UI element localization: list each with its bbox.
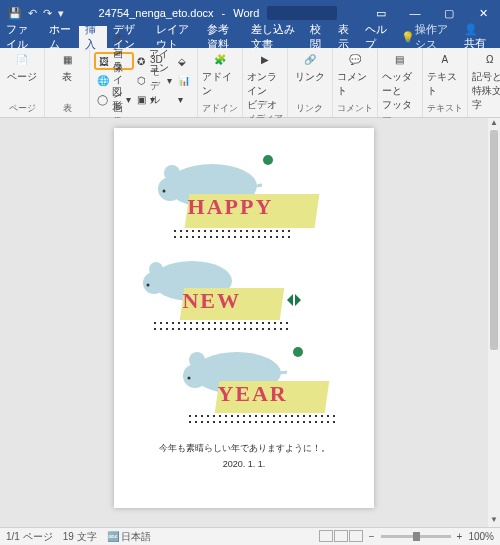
links-button[interactable]: 🔗 リンク (292, 50, 328, 84)
tab-mailings[interactable]: 差し込み文書 (245, 26, 304, 48)
group-pages: 📄 ページ ページ (0, 48, 45, 117)
vertical-scrollbar[interactable]: ▲ ▼ (488, 118, 500, 527)
page: HAPPY NEW YEAR 今年も素晴らしい年でありますように！。 2020.… (114, 128, 374, 508)
group-tables: ▦ 表 表 (45, 48, 90, 117)
tab-layout[interactable]: レイアウト (150, 26, 201, 48)
quick-access-toolbar: 💾 ↶ ↷ ▾ (0, 7, 72, 20)
text-new: NEW (182, 288, 241, 314)
online-picture-icon: 🌐 (97, 75, 109, 86)
cheese-block-3: YEAR (215, 381, 329, 413)
share-button[interactable]: 👤 共有 (456, 23, 500, 51)
nenga-artwork: HAPPY NEW YEAR (132, 146, 356, 436)
svg-point-8 (147, 284, 150, 287)
addins-button[interactable]: 🧩 アドイン (202, 50, 238, 98)
scroll-down-icon[interactable]: ▼ (488, 515, 500, 527)
user-badge[interactable] (267, 6, 337, 20)
group-illustrations: 🖼画像 🌐オンライン画像 ◯図形▾ ✪アイコン ⬡3D モデル ▾ ▣▾ ⬙ 📊… (90, 48, 198, 117)
header-footer-icon: ▤ (391, 50, 409, 68)
svg-point-3 (163, 190, 166, 193)
dots-1 (172, 228, 292, 242)
group-symbols: Ω 記号と 特殊文字 (468, 48, 500, 117)
model3d-button[interactable]: ⬡3D モデル ▾ (134, 71, 175, 89)
qat-customize-icon[interactable]: ▾ (58, 7, 64, 20)
text-happy: HAPPY (188, 194, 274, 220)
tab-insert[interactable]: 挿入 (79, 26, 107, 48)
misc-icon: ▾ (178, 94, 183, 105)
dots-3 (187, 413, 337, 427)
table-icon: ▦ (58, 50, 76, 68)
symbol-icon: Ω (481, 50, 499, 68)
comment-icon: 💬 (346, 50, 364, 68)
undo-icon[interactable]: ↶ (28, 7, 37, 20)
view-mode-buttons[interactable] (318, 530, 363, 544)
save-icon[interactable]: 💾 (8, 7, 22, 20)
group-comments: 💬 コメント コメント (333, 48, 378, 117)
redo-icon[interactable]: ↷ (43, 7, 52, 20)
document-area[interactable]: HAPPY NEW YEAR 今年も素晴らしい年でありますように！。 2020.… (0, 118, 488, 527)
shapes-button[interactable]: ◯図形▾ (94, 90, 134, 108)
picture-icon: 🖼 (99, 56, 109, 67)
symbols-button[interactable]: Ω 記号と 特殊文字 (472, 50, 500, 112)
group-header-footer: ▤ ヘッダーと フッター (378, 48, 423, 117)
group-media: ▶ オンライン ビデオ メディア (243, 48, 288, 117)
text-icon: A (436, 50, 454, 68)
page-icon: 📄 (13, 50, 31, 68)
addins-icon: 🧩 (211, 50, 229, 68)
tab-file[interactable]: ファイル (0, 26, 43, 48)
ribbon: 📄 ページ ページ ▦ 表 表 🖼画像 🌐オンライン画像 ◯図形▾ ✪アイコン … (0, 48, 500, 118)
document-title: 24754_nenga_eto.docx (99, 7, 214, 19)
tab-review[interactable]: 校閲 (304, 26, 332, 48)
text-button[interactable]: A テキスト (427, 50, 463, 98)
chart-button[interactable]: 📊 (175, 71, 193, 89)
chart-icon: 📊 (178, 75, 190, 86)
shapes-icon: ◯ (97, 94, 108, 105)
online-video-button[interactable]: ▶ オンライン ビデオ (247, 50, 283, 112)
zoom-slider[interactable] (381, 535, 451, 538)
tab-references[interactable]: 参考資料 (201, 26, 244, 48)
svg-point-7 (149, 262, 163, 276)
group-text: A テキスト テキスト (423, 48, 468, 117)
tab-tell-me[interactable]: 💡 操作アシス (395, 26, 456, 48)
bow-icon (287, 294, 301, 306)
scroll-up-icon[interactable]: ▲ (488, 118, 500, 130)
tab-view[interactable]: 表示 (332, 26, 360, 48)
ribbon-tabs: ファイル ホーム 挿入 デザイン レイアウト 参考資料 差し込み文書 校閲 表示… (0, 26, 500, 48)
svg-point-13 (293, 347, 303, 357)
misc-ill-button[interactable]: ▾ (175, 90, 193, 108)
smartart-icon: ⬙ (178, 56, 186, 67)
cheese-block-1: HAPPY (185, 194, 320, 228)
smartart-button[interactable]: ⬙ (175, 52, 193, 70)
status-bar: 1/1 ページ 19 文字 🔤 日本語 − + 100% (0, 527, 500, 545)
tab-help[interactable]: ヘルプ (359, 26, 395, 48)
zoom-level[interactable]: 100% (468, 531, 494, 542)
pages-button[interactable]: 📄 ページ (4, 50, 40, 84)
app-name: Word (233, 7, 259, 19)
comment-button[interactable]: 💬 コメント (337, 50, 373, 98)
header-footer-button[interactable]: ▤ ヘッダーと フッター (382, 50, 418, 126)
flower-icon-2 (292, 346, 304, 358)
tab-home[interactable]: ホーム (43, 26, 79, 48)
video-icon: ▶ (256, 50, 274, 68)
group-links: 🔗 リンク リンク (288, 48, 333, 117)
status-page[interactable]: 1/1 ページ (6, 530, 53, 544)
svg-point-4 (263, 155, 273, 165)
model3d-icon: ⬡ (137, 75, 146, 86)
svg-point-12 (188, 377, 191, 380)
dots-2 (152, 320, 292, 334)
scroll-thumb[interactable] (490, 130, 498, 350)
greeting-text: 今年も素晴らしい年でありますように！。 (132, 442, 356, 455)
zoom-out-button[interactable]: − (369, 531, 375, 542)
screenshot-icon: ▣ (137, 94, 146, 105)
svg-point-2 (164, 165, 180, 181)
flower-icon-1 (262, 154, 274, 166)
status-language[interactable]: 🔤 日本語 (107, 530, 152, 544)
icons-icon: ✪ (137, 56, 145, 67)
table-button[interactable]: ▦ 表 (49, 50, 85, 84)
date-text: 2020. 1. 1. (132, 459, 356, 469)
status-word-count[interactable]: 19 文字 (63, 530, 97, 544)
screenshot-button[interactable]: ▣▾ (134, 90, 175, 108)
text-year: YEAR (217, 381, 287, 407)
zoom-in-button[interactable]: + (457, 531, 463, 542)
cheese-block-2: NEW (180, 288, 284, 320)
link-icon: 🔗 (301, 50, 319, 68)
